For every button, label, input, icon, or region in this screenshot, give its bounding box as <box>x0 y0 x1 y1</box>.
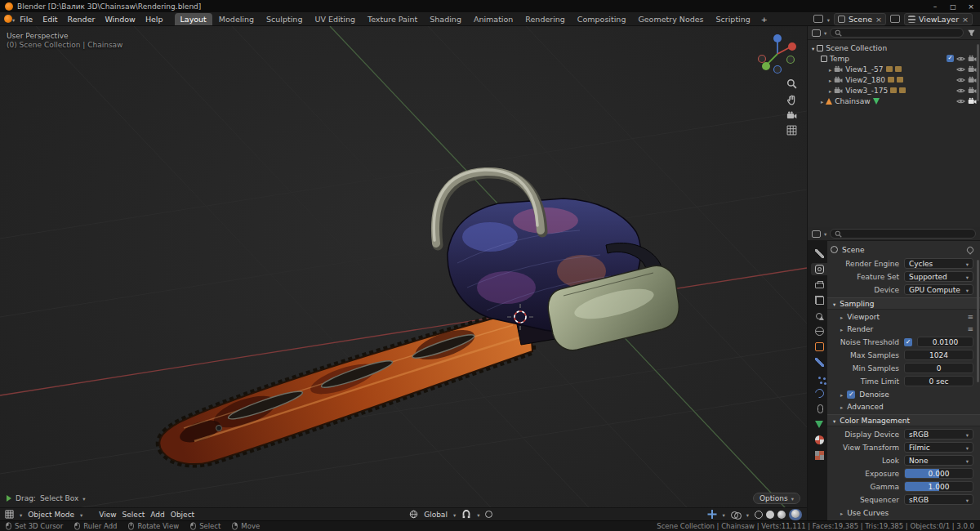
gizmo-axis-y-neg[interactable] <box>787 56 795 64</box>
maximize-button[interactable] <box>949 2 957 11</box>
properties-editor-icon[interactable] <box>812 230 821 238</box>
scene-selector[interactable]: Scene <box>834 13 886 25</box>
gizmo-axis-x[interactable] <box>788 42 796 51</box>
sampling-panel-header[interactable]: Sampling <box>827 297 980 310</box>
camera-view-icon[interactable] <box>786 111 797 119</box>
outliner-scrollbar[interactable] <box>977 44 979 101</box>
properties-tab-render[interactable] <box>811 263 827 275</box>
outliner-search-input[interactable] <box>830 28 964 38</box>
look-dropdown[interactable]: None <box>904 455 973 466</box>
workspace-tab-layout[interactable]: Layout <box>175 13 212 25</box>
disable-render-camera-icon[interactable] <box>968 65 977 73</box>
workspace-tab-rendering[interactable]: Rendering <box>519 13 571 25</box>
workspace-tab-uv-editing[interactable]: UV Editing <box>309 13 361 25</box>
menu-edit[interactable]: Edit <box>38 14 62 25</box>
menu-window[interactable]: Window <box>100 14 140 25</box>
outliner-row-view3[interactable]: View3_-175 <box>808 85 980 96</box>
outliner-row-view1[interactable]: View1_-57 <box>808 64 980 74</box>
sequencer-dropdown[interactable]: sRGB <box>904 494 973 505</box>
viewlayer-selector[interactable]: ViewLayer <box>904 13 973 25</box>
sampling-viewport-subpanel[interactable]: Viewport <box>831 311 973 322</box>
outliner-row-scene-collection[interactable]: Scene Collection <box>808 42 980 53</box>
view-transform-dropdown[interactable]: Filmic <box>904 442 973 453</box>
properties-tab-scene[interactable] <box>811 310 827 322</box>
menu-view[interactable]: View <box>99 511 116 519</box>
expand-icon[interactable] <box>821 97 823 105</box>
properties-tab-material[interactable] <box>811 434 827 446</box>
menu-help[interactable]: Help <box>140 14 168 25</box>
transform-orientation-dropdown[interactable]: Global <box>424 511 448 519</box>
preset-menu-icon[interactable] <box>967 313 973 321</box>
shading-wireframe-icon[interactable] <box>755 511 763 519</box>
disable-render-camera-icon[interactable] <box>968 97 977 105</box>
feature-set-dropdown[interactable]: Supported <box>904 271 973 282</box>
gamma-slider[interactable]: 1.000 <box>904 481 973 492</box>
noise-threshold-field[interactable]: 0.0100 <box>917 337 973 347</box>
workspace-tab-scripting[interactable]: Scripting <box>710 13 756 25</box>
exposure-slider[interactable]: 0.000 <box>904 468 973 479</box>
snap-magnet-icon[interactable] <box>461 510 471 520</box>
expand-icon[interactable] <box>812 44 814 52</box>
workspace-tab-texture-paint[interactable]: Texture Paint <box>362 13 423 25</box>
shading-solid-icon[interactable] <box>766 511 774 519</box>
pan-hand-icon[interactable] <box>786 95 797 105</box>
menu-render[interactable]: Render <box>63 14 100 25</box>
color-management-panel-header[interactable]: Color Management <box>827 414 980 426</box>
render-engine-dropdown[interactable]: Cycles <box>904 258 973 269</box>
gizmo-axis-x-neg[interactable] <box>759 56 766 63</box>
properties-tab-world[interactable] <box>811 325 827 337</box>
active-gizmo-icon[interactable] <box>707 510 716 519</box>
outliner-row-temp[interactable]: Temp <box>808 53 980 64</box>
display-device-dropdown[interactable]: sRGB <box>904 429 973 440</box>
mode-dropdown[interactable]: Object Mode <box>28 511 74 519</box>
zoom-icon[interactable] <box>786 78 797 89</box>
expand-icon[interactable] <box>829 65 831 74</box>
workspace-tab-compositing[interactable]: Compositing <box>572 13 632 25</box>
hide-eye-icon[interactable] <box>956 77 965 83</box>
properties-tab-modifiers[interactable] <box>811 356 827 368</box>
pin-icon[interactable] <box>965 245 974 254</box>
active-tool-label[interactable]: Select Box <box>40 494 78 502</box>
disable-render-camera-icon[interactable] <box>968 55 977 62</box>
max-samples-field[interactable]: 1024 <box>904 350 973 360</box>
outliner-editor-icon[interactable] <box>812 29 821 37</box>
properties-tab-physics[interactable] <box>811 387 827 399</box>
options-dropdown[interactable]: Options <box>753 493 800 504</box>
noise-threshold-checkbox[interactable] <box>904 338 912 346</box>
proportional-edit-icon[interactable] <box>485 511 492 518</box>
blender-menu-icon[interactable] <box>4 15 12 23</box>
workspace-tab-geometry-nodes[interactable]: Geometry Nodes <box>632 13 709 25</box>
remove-viewlayer-icon[interactable] <box>962 15 969 24</box>
gizmo-axis-y[interactable] <box>762 62 770 70</box>
properties-tab-particles[interactable] <box>811 372 827 384</box>
properties-tab-tool[interactable] <box>811 248 827 260</box>
gizmo-axis-z[interactable] <box>773 34 782 42</box>
show-overlays-icon[interactable] <box>731 511 741 519</box>
close-button[interactable] <box>967 2 975 11</box>
sampling-render-subpanel[interactable]: Render <box>831 324 973 334</box>
navigation-gizmo[interactable] <box>755 31 800 77</box>
denoise-subpanel[interactable]: Denoise <box>831 389 973 399</box>
menu-select[interactable]: Select <box>122 511 145 519</box>
advanced-subpanel[interactable]: Advanced <box>831 401 973 412</box>
add-workspace-button[interactable]: + <box>757 13 772 25</box>
hide-eye-icon[interactable] <box>956 87 965 94</box>
collection-checkbox[interactable] <box>947 55 954 62</box>
properties-tab-object[interactable] <box>811 341 827 353</box>
hide-eye-icon[interactable] <box>956 66 965 73</box>
hide-eye-icon[interactable] <box>956 56 965 62</box>
viewport-3d[interactable]: User Perspective (0) Scene Collection | … <box>0 26 807 520</box>
denoise-checkbox[interactable] <box>847 390 855 399</box>
shading-material-icon[interactable] <box>777 511 786 519</box>
chainsaw-model[interactable] <box>159 170 679 464</box>
filter-icon[interactable] <box>967 29 976 38</box>
disable-render-camera-icon[interactable] <box>968 76 977 83</box>
properties-tab-constraints[interactable] <box>811 403 827 415</box>
expand-icon[interactable] <box>829 87 831 95</box>
min-samples-field[interactable]: 0 <box>904 363 973 373</box>
menu-file[interactable]: File <box>15 14 38 25</box>
menu-add[interactable]: Add <box>150 511 164 519</box>
disable-render-camera-icon[interactable] <box>968 87 977 94</box>
toggle-ortho-icon[interactable] <box>786 125 797 136</box>
preset-menu-icon[interactable] <box>967 325 973 333</box>
